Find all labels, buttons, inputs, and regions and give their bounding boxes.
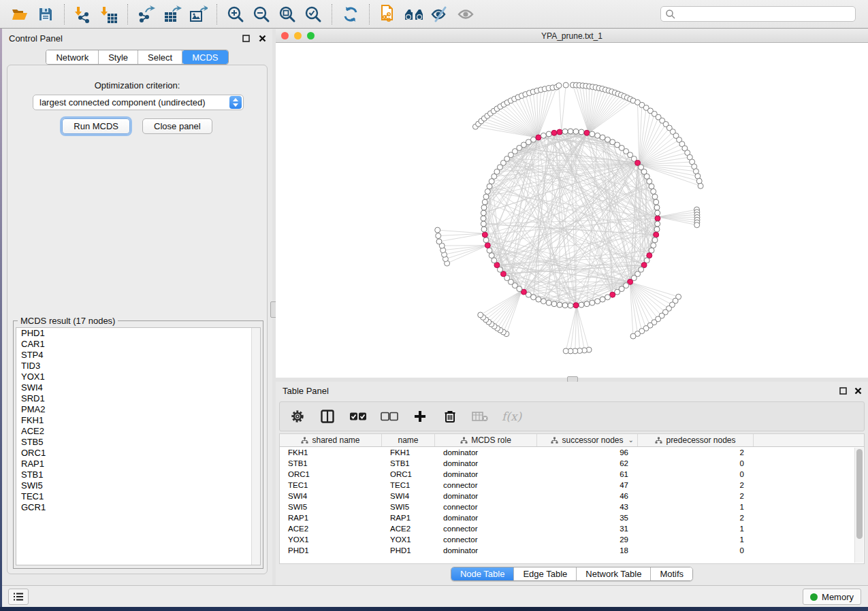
network-node[interactable] <box>694 222 700 228</box>
network-node[interactable] <box>556 83 562 88</box>
network-node[interactable] <box>568 129 573 134</box>
export-image-button[interactable] <box>187 3 210 25</box>
mcds-node[interactable] <box>655 216 660 221</box>
zoom-fit-button[interactable] <box>276 3 299 25</box>
refresh-button[interactable] <box>339 3 362 25</box>
float-panel-button[interactable] <box>241 33 251 43</box>
mcds-result-item[interactable]: STP4 <box>16 350 260 361</box>
table-row[interactable]: YOX1YOX1connector291 <box>280 534 864 545</box>
network-node[interactable] <box>652 237 658 243</box>
mcds-result-item[interactable]: SWI4 <box>16 382 260 393</box>
import-network-button[interactable] <box>71 3 95 25</box>
search-field[interactable] <box>660 6 856 22</box>
network-node[interactable] <box>649 184 654 189</box>
mcds-node[interactable] <box>485 243 490 248</box>
network-node[interactable] <box>630 333 636 339</box>
column-header-successor-nodes[interactable]: successor nodes⌄ <box>537 434 638 446</box>
zoom-in-button[interactable] <box>224 3 247 25</box>
zoom-out-button[interactable] <box>250 3 273 25</box>
show-column-button[interactable] <box>319 406 336 427</box>
network-node[interactable] <box>562 303 568 308</box>
table-scrollbar[interactable] <box>854 448 863 563</box>
import-table-button[interactable] <box>97 3 120 25</box>
network-node[interactable] <box>698 183 703 188</box>
tab-network[interactable]: Network <box>46 50 99 64</box>
network-node[interactable] <box>595 299 600 304</box>
mcds-result-item[interactable]: SRD1 <box>16 393 260 404</box>
tab-mcds[interactable]: MCDS <box>182 50 227 64</box>
mcds-result-item[interactable]: ACE2 <box>16 426 260 437</box>
network-node[interactable] <box>654 205 660 210</box>
mcds-node[interactable] <box>654 232 659 237</box>
tab-select[interactable]: Select <box>138 50 182 64</box>
delete-table-button[interactable] <box>472 406 488 427</box>
network-node[interactable] <box>579 302 584 308</box>
mcds-node[interactable] <box>482 232 487 237</box>
mcds-node[interactable] <box>573 303 579 308</box>
network-node[interactable] <box>590 131 595 137</box>
network-node[interactable] <box>487 248 492 253</box>
hide-selected-button[interactable] <box>428 3 451 25</box>
zoom-selected-button[interactable] <box>302 3 325 25</box>
network-node[interactable] <box>541 299 546 304</box>
create-column-button[interactable] <box>412 406 428 427</box>
mcds-result-item[interactable]: SWI5 <box>16 480 260 491</box>
mcds-result-item[interactable]: TEC1 <box>16 491 260 502</box>
network-node[interactable] <box>590 300 595 306</box>
mcds-result-item[interactable]: CAR1 <box>16 339 260 350</box>
network-node[interactable] <box>600 297 605 302</box>
node-table[interactable]: shared namenameMCDS rolesuccessor nodes⌄… <box>279 433 865 564</box>
network-node[interactable] <box>584 301 590 307</box>
network-titlebar[interactable]: YPA_prune.txt_1 <box>276 29 868 43</box>
network-node[interactable] <box>595 133 600 138</box>
network-node[interactable] <box>546 300 551 306</box>
mcds-result-item[interactable]: FKH1 <box>16 415 260 426</box>
network-node[interactable] <box>562 129 568 134</box>
network-node[interactable] <box>654 227 660 232</box>
criterion-dropdown[interactable]: largest connected component (undirected) <box>33 95 244 110</box>
tab-motifs[interactable]: Motifs <box>651 567 692 580</box>
panel-menu-button[interactable] <box>8 589 29 605</box>
run-mcds-button[interactable]: Run MCDS <box>62 118 130 134</box>
deselect-all-button[interactable] <box>381 406 398 427</box>
mcds-result-item[interactable]: PMA2 <box>16 404 260 415</box>
network-node[interactable] <box>605 295 611 300</box>
tab-style[interactable]: Style <box>99 50 138 64</box>
open-file-button[interactable] <box>8 3 31 25</box>
network-node[interactable] <box>557 302 562 308</box>
show-all-button[interactable] <box>454 3 477 25</box>
export-network-button[interactable] <box>135 3 158 25</box>
select-all-button[interactable] <box>349 406 367 427</box>
network-node[interactable] <box>655 221 660 227</box>
network-canvas[interactable] <box>276 43 868 379</box>
mcds-node[interactable] <box>584 130 590 135</box>
network-node[interactable] <box>579 129 584 135</box>
network-node[interactable] <box>531 137 536 142</box>
column-header-name[interactable]: name <box>382 434 435 446</box>
network-node[interactable] <box>568 303 573 308</box>
network-graph[interactable] <box>276 43 868 379</box>
table-row[interactable]: RAP1RAP1dominator352 <box>280 512 864 523</box>
tab-edge-table[interactable]: Edge Table <box>514 567 577 580</box>
network-node[interactable] <box>536 297 541 302</box>
network-node[interactable] <box>655 210 660 216</box>
clone-network-button[interactable] <box>376 3 400 25</box>
table-row[interactable]: STB1STB1dominator620 <box>280 458 864 469</box>
network-node[interactable] <box>649 248 654 253</box>
table-row[interactable]: PHD1PHD1dominator180 <box>280 545 864 556</box>
network-node[interactable] <box>654 199 659 205</box>
network-node[interactable] <box>481 227 487 232</box>
mcds-result-item[interactable]: TID3 <box>16 361 260 371</box>
column-header-MCDS-role[interactable]: MCDS role <box>435 434 537 446</box>
scrollbar-thumb[interactable] <box>856 449 863 539</box>
network-node[interactable] <box>551 301 557 307</box>
network-node[interactable] <box>541 133 546 138</box>
network-node[interactable] <box>600 135 605 140</box>
search-input[interactable] <box>676 10 851 19</box>
network-node[interactable] <box>563 348 568 354</box>
table-row[interactable]: ORC1ORC1dominator610 <box>280 469 864 480</box>
network-node[interactable] <box>487 184 492 189</box>
network-node[interactable] <box>435 227 440 233</box>
table-row[interactable]: TEC1TEC1connector472 <box>280 480 864 491</box>
network-node[interactable] <box>573 129 579 134</box>
